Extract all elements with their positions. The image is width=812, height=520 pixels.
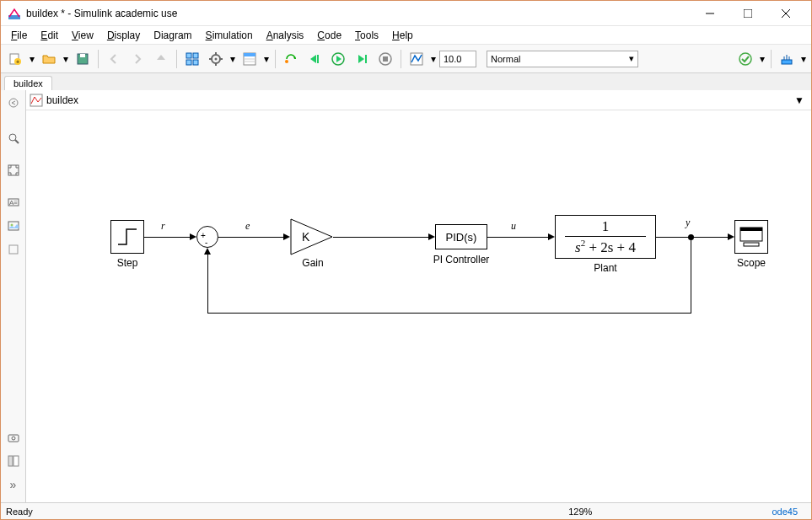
step-forward-button[interactable]: [351, 48, 373, 70]
forward-button[interactable]: [126, 48, 148, 70]
menu-help[interactable]: Help: [385, 28, 420, 43]
menu-simulation[interactable]: Simulation: [199, 28, 260, 43]
menu-view[interactable]: View: [65, 28, 100, 43]
signal-line: [333, 237, 429, 238]
plant-numerator: 1: [602, 218, 610, 235]
toolbar-separator: [176, 50, 177, 68]
block-scope[interactable]: [734, 220, 768, 254]
block-step-label: Step: [77, 257, 178, 269]
plant-denominator: s2 + 2s + 4: [575, 238, 636, 256]
breadcrumb-dropdown[interactable]: ▼: [794, 94, 808, 106]
simulation-mode-select[interactable]: Normal ▾: [487, 51, 638, 67]
model-icon: [30, 94, 43, 107]
toolbar-separator: [275, 50, 276, 68]
menu-analysis[interactable]: Analysis: [260, 28, 311, 43]
stop-time-input[interactable]: [439, 51, 476, 67]
block-gain-label: Gain: [262, 257, 363, 269]
new-model-dropdown[interactable]: ▾: [28, 48, 36, 70]
block-gain[interactable]: K: [290, 218, 334, 256]
signal-line: [218, 237, 284, 238]
config-dropdown[interactable]: ▾: [229, 48, 237, 70]
block-step[interactable]: [110, 220, 144, 254]
feedback-line: [207, 254, 208, 314]
fast-restart-button[interactable]: [280, 48, 302, 70]
simulation-mode-label: Normal: [491, 54, 520, 64]
svg-rect-27: [365, 55, 367, 63]
tab-bar: buildex: [1, 73, 811, 90]
area-button[interactable]: [4, 240, 23, 259]
screenshot-button[interactable]: [4, 428, 23, 447]
signal-line: [144, 237, 191, 238]
diagram-canvas[interactable]: Step r + - e K Gain: [26, 110, 811, 502]
up-button[interactable]: [150, 48, 172, 70]
step-icon: [115, 224, 140, 249]
svg-rect-2: [744, 9, 752, 18]
open-dropdown[interactable]: ▾: [62, 48, 70, 70]
svg-line-38: [15, 140, 19, 143]
library-browser-button[interactable]: [181, 48, 203, 70]
close-button[interactable]: [766, 2, 804, 25]
config-button[interactable]: [205, 48, 227, 70]
svg-rect-39: [8, 165, 19, 175]
svg-rect-47: [8, 456, 13, 466]
toolbar-separator: [401, 50, 401, 68]
fit-view-button[interactable]: [4, 161, 23, 180]
back-button[interactable]: [103, 48, 125, 70]
image-button[interactable]: [4, 217, 23, 235]
more-button[interactable]: »: [4, 475, 23, 494]
menu-code[interactable]: Code: [310, 28, 348, 43]
model-browser-button[interactable]: [4, 452, 23, 470]
block-sum[interactable]: + -: [196, 226, 218, 248]
svg-rect-10: [186, 53, 191, 58]
breadcrumb-model[interactable]: buildex: [46, 94, 791, 106]
deploy-button[interactable]: [776, 48, 798, 70]
svg-point-36: [9, 99, 18, 107]
menu-edit[interactable]: Edit: [34, 28, 65, 43]
menu-diagram[interactable]: Diagram: [147, 28, 198, 43]
run-button[interactable]: [327, 48, 349, 70]
sdi-dropdown[interactable]: ▾: [429, 48, 438, 70]
annotations-button[interactable]: A≡: [4, 193, 23, 212]
window-controls: [691, 2, 804, 25]
svg-rect-11: [193, 53, 198, 58]
save-button[interactable]: [72, 48, 94, 70]
app-icon: [8, 7, 21, 20]
tab-buildex[interactable]: buildex: [4, 76, 52, 90]
svg-text:A≡: A≡: [8, 199, 17, 206]
feedback-line: [207, 313, 691, 314]
zoom-fit-button[interactable]: [4, 129, 23, 147]
feedback-line: [691, 237, 691, 313]
status-bar: Ready 129% ode45: [1, 502, 811, 519]
open-button[interactable]: [38, 48, 60, 70]
model-explorer-dropdown[interactable]: ▾: [262, 48, 271, 70]
build-dropdown[interactable]: ▾: [758, 48, 766, 70]
menu-tools[interactable]: Tools: [348, 28, 385, 43]
minimize-button[interactable]: [691, 2, 729, 25]
svg-rect-48: [13, 456, 19, 466]
chevron-down-icon: ▾: [629, 53, 634, 64]
model-explorer-button[interactable]: [239, 48, 261, 70]
block-plant[interactable]: 1 s2 + 2s + 4: [555, 215, 656, 259]
block-scope-label: Scope: [701, 257, 802, 269]
svg-rect-44: [9, 245, 18, 254]
step-back-button[interactable]: [304, 48, 325, 70]
hide-browser-button[interactable]: [4, 94, 23, 112]
svg-point-31: [739, 53, 751, 65]
menu-display[interactable]: Display: [100, 28, 147, 43]
svg-point-24: [285, 60, 288, 63]
sdi-button[interactable]: [406, 48, 428, 70]
toolbar-separator: [771, 50, 772, 68]
block-pid-label: PI Controller: [411, 254, 512, 265]
svg-marker-50: [291, 219, 332, 255]
app-window: buildex * - Simulink academic use File E…: [0, 0, 812, 520]
menu-file[interactable]: File: [4, 28, 34, 43]
maximize-button[interactable]: [729, 2, 766, 25]
stop-button[interactable]: [374, 48, 396, 70]
new-model-button[interactable]: +: [4, 48, 26, 70]
build-button[interactable]: [734, 48, 756, 70]
canvas-area: buildex ▼ Step r + -: [26, 90, 811, 502]
deploy-dropdown[interactable]: ▾: [799, 48, 808, 70]
signal-y-label: y: [686, 217, 690, 229]
status-solver[interactable]: ode45: [772, 507, 806, 517]
block-pid[interactable]: PID(s): [435, 224, 487, 249]
